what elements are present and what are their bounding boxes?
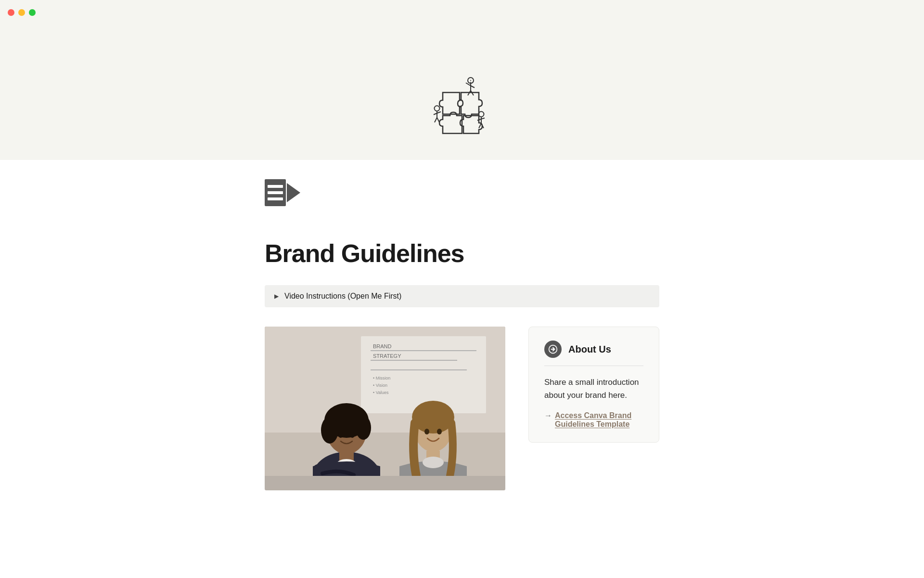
page-content: Brand Guidelines ▶ Video Instructions (O…	[197, 160, 727, 490]
svg-point-44	[423, 457, 444, 468]
svg-line-15	[481, 118, 485, 119]
page-title: Brand Guidelines	[265, 239, 659, 268]
svg-line-10	[435, 118, 437, 122]
icon-arrow	[287, 183, 300, 202]
svg-point-45	[424, 429, 429, 434]
svg-text:STRATEGY: STRATEGY	[373, 353, 401, 359]
link-arrow-icon: →	[544, 411, 552, 420]
team-photo: BRAND STRATEGY • Mission • Vision • Valu…	[265, 327, 505, 490]
svg-line-16	[479, 123, 481, 128]
svg-point-46	[437, 429, 442, 434]
about-title: About Us	[568, 344, 611, 355]
arrow-right-circle-icon	[548, 344, 558, 354]
toggle-label: Video Instructions (Open Me First)	[284, 292, 401, 301]
svg-text:• Values: • Values	[373, 390, 389, 395]
cover-area	[0, 25, 924, 160]
about-header: About Us	[544, 341, 643, 358]
svg-text:BRAND: BRAND	[373, 343, 392, 349]
about-icon	[544, 341, 562, 358]
svg-point-39	[338, 432, 343, 438]
svg-point-35	[321, 417, 338, 444]
title-bar	[0, 0, 924, 25]
toggle-arrow-icon: ▶	[274, 293, 279, 300]
svg-line-3	[471, 86, 475, 88]
image-placeholder: BRAND STRATEGY • Mission • Vision • Valu…	[265, 327, 505, 490]
svg-line-14	[477, 119, 481, 120]
about-card: About Us Share a small introduction abou…	[528, 327, 659, 443]
close-button[interactable]	[8, 9, 14, 16]
svg-text:• Vision: • Vision	[373, 383, 387, 388]
page-icon	[265, 179, 300, 206]
svg-point-36	[356, 416, 371, 440]
toggle-block[interactable]: ▶ Video Instructions (Open Me First)	[265, 285, 659, 307]
canva-template-link[interactable]: → Access Canva Brand Guidelines Template	[544, 411, 643, 429]
svg-line-8	[437, 112, 441, 113]
svg-rect-47	[265, 476, 505, 490]
puzzle-illustration	[433, 73, 491, 150]
about-description: Share a small introduction about your br…	[544, 376, 643, 402]
svg-point-6	[435, 106, 440, 111]
two-column-section: BRAND STRATEGY • Mission • Vision • Valu…	[265, 327, 659, 490]
maximize-button[interactable]	[29, 9, 36, 16]
svg-line-9	[434, 113, 437, 115]
minimize-button[interactable]	[18, 9, 25, 16]
about-divider	[544, 366, 643, 366]
svg-text:• Mission: • Mission	[373, 376, 390, 381]
svg-line-11	[437, 118, 439, 122]
icon-area	[265, 160, 659, 216]
svg-point-40	[350, 432, 355, 438]
link-text: Access Canva Brand Guidelines Template	[555, 411, 643, 429]
icon-rect	[265, 179, 286, 206]
